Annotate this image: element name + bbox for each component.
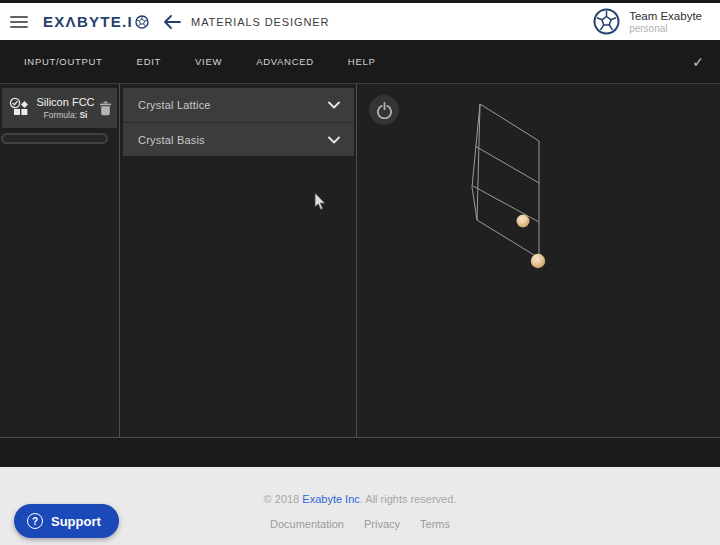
cell-edge xyxy=(475,146,539,183)
power-toggle-button[interactable] xyxy=(369,95,399,125)
save-check-icon[interactable]: ✓ xyxy=(692,54,704,70)
wireframe-layer xyxy=(472,104,539,258)
menu-edit[interactable]: EDIT xyxy=(137,56,161,67)
section-crystal-basis[interactable]: Crystal Basis xyxy=(123,122,354,156)
atoms-layer xyxy=(517,215,546,269)
delete-material-icon[interactable] xyxy=(99,101,112,116)
team-scope: personal xyxy=(629,23,702,34)
material-text: Silicon FCC Formula: Si xyxy=(32,96,99,120)
chevron-down-icon xyxy=(328,101,340,109)
copyright-suffix: . All rights reserved. xyxy=(360,493,457,505)
team-name: Team Exabyte xyxy=(629,10,702,22)
cell-edge xyxy=(477,220,539,258)
menubar: INPUT/OUTPUT EDIT VIEW ADVANCED HELP ✓ xyxy=(0,40,720,84)
3d-viewer[interactable] xyxy=(357,84,720,437)
question-icon: ? xyxy=(27,513,43,529)
section-label: Crystal Lattice xyxy=(138,99,211,111)
menu-advanced[interactable]: ADVANCED xyxy=(256,56,314,67)
link-privacy[interactable]: Privacy xyxy=(364,518,400,530)
menu-help[interactable]: HELP xyxy=(348,56,376,67)
materials-scrollbar[interactable] xyxy=(1,133,108,144)
cell-edge xyxy=(473,186,539,222)
material-formula: Formula: Si xyxy=(32,110,99,120)
menu-view[interactable]: VIEW xyxy=(195,56,222,67)
content-area: Silicon FCC Formula: Si Crystal Lattice xyxy=(0,84,720,438)
atom-sphere[interactable] xyxy=(531,254,545,268)
chevron-down-icon xyxy=(328,136,340,144)
material-name: Silicon FCC xyxy=(32,96,99,108)
power-icon xyxy=(376,102,393,119)
logo-text: EXΛBYTE.I xyxy=(43,13,133,30)
copyright-line: © 2018 Exabyte Inc. All rights reserved. xyxy=(0,467,720,505)
account-menu[interactable]: Team Exabyte personal xyxy=(593,8,710,35)
cell-edge xyxy=(472,187,477,220)
copyright-prefix: © 2018 xyxy=(264,493,303,505)
material-cubes-check-icon xyxy=(8,96,32,120)
link-terms[interactable]: Terms xyxy=(420,518,450,530)
account-text: Team Exabyte personal xyxy=(629,10,702,34)
materials-sidebar: Silicon FCC Formula: Si xyxy=(0,84,120,437)
material-list-item-silicon-fcc[interactable]: Silicon FCC Formula: Si xyxy=(2,88,117,128)
crystal-scene[interactable] xyxy=(357,84,719,438)
company-link[interactable]: Exabyte Inc xyxy=(302,493,359,505)
team-avatar-icon xyxy=(593,8,620,35)
link-documentation[interactable]: Documentation xyxy=(270,518,344,530)
app-window: EXΛBYTE.I MATERIALS DESIGNER Team Exabyt… xyxy=(0,0,720,545)
fullerene-logo-icon xyxy=(135,15,149,29)
section-crystal-lattice[interactable]: Crystal Lattice xyxy=(123,88,354,122)
hamburger-menu-icon[interactable] xyxy=(10,16,28,28)
support-button[interactable]: ? Support xyxy=(14,504,119,538)
cell-edge xyxy=(480,104,539,141)
page-title: MATERIALS DESIGNER xyxy=(191,16,329,28)
bottom-dark-strip xyxy=(0,438,720,467)
header: EXΛBYTE.I MATERIALS DESIGNER Team Exabyt… xyxy=(0,3,720,40)
formula-label: Formula: xyxy=(44,110,78,120)
section-label: Crystal Basis xyxy=(138,134,205,146)
support-label: Support xyxy=(51,514,101,529)
back-arrow-icon[interactable] xyxy=(163,15,181,29)
exabyte-logo[interactable]: EXΛBYTE.I xyxy=(43,13,149,30)
atom-sphere[interactable] xyxy=(517,215,530,228)
properties-panel: Crystal Lattice Crystal Basis xyxy=(120,84,357,437)
formula-value: Si xyxy=(79,110,87,120)
menu-input-output[interactable]: INPUT/OUTPUT xyxy=(24,56,103,67)
